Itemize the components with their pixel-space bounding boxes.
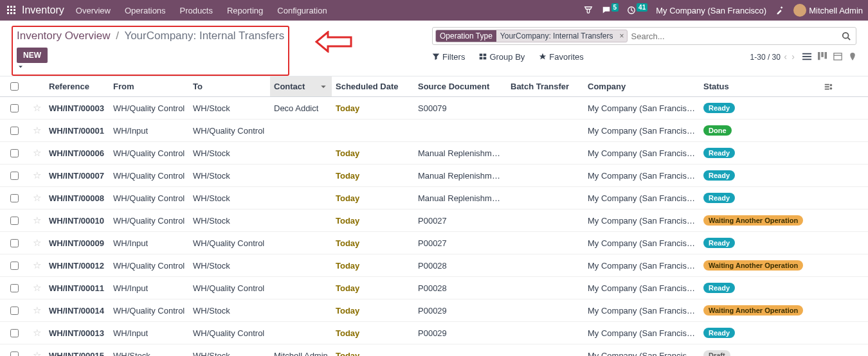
row-checkbox[interactable] xyxy=(10,149,19,157)
row-checkbox[interactable] xyxy=(10,239,19,247)
star-icon[interactable]: ☆ xyxy=(33,147,41,159)
svg-rect-3 xyxy=(7,9,9,11)
col-batch[interactable]: Batch Transfer xyxy=(507,76,584,96)
table-row[interactable]: ☆WH/INT/00011WH/InputWH/Quality ControlT… xyxy=(0,277,868,299)
download-icon[interactable] xyxy=(17,63,284,71)
apps-icon[interactable] xyxy=(5,4,18,17)
cell-status: Ready xyxy=(700,98,815,118)
row-checkbox[interactable] xyxy=(10,329,19,337)
svg-rect-0 xyxy=(7,6,9,8)
table-row[interactable]: ☆WH/INT/00013WH/InputWH/Quality ControlT… xyxy=(0,322,868,344)
chip-remove-icon[interactable]: × xyxy=(617,31,627,40)
cell-to: WH/Quality Control xyxy=(189,323,270,343)
cell-contact xyxy=(270,148,332,158)
row-checkbox[interactable] xyxy=(10,104,19,112)
search-input[interactable] xyxy=(628,31,839,41)
col-company[interactable]: Company xyxy=(584,76,700,96)
clock-icon[interactable]: 41 xyxy=(627,6,647,15)
table-row[interactable]: ☆WH/INT/00003WH/Quality ControlWH/StockD… xyxy=(0,97,868,120)
star-icon[interactable]: ☆ xyxy=(33,125,41,136)
status-badge: Waiting Another Operation xyxy=(703,260,803,271)
star-icon[interactable]: ☆ xyxy=(33,260,41,271)
row-checkbox[interactable] xyxy=(10,217,19,225)
groupby-button[interactable]: Group By xyxy=(479,52,525,62)
col-status[interactable]: Status xyxy=(700,76,815,96)
status-badge: Waiting Another Operation xyxy=(703,215,803,226)
favorites-button[interactable]: Favorites xyxy=(539,52,583,62)
table-row[interactable]: ☆WH/INT/00015WH/StockWH/StockMitchell Ad… xyxy=(0,344,868,356)
cell-reference: WH/INT/00009 xyxy=(45,233,109,253)
col-source[interactable]: Source Document xyxy=(414,76,507,96)
star-icon[interactable]: ☆ xyxy=(33,170,41,181)
phone-icon[interactable] xyxy=(584,6,593,15)
col-from[interactable]: From xyxy=(109,76,189,96)
table-row[interactable]: ☆WH/INT/00001WH/InputWH/Quality ControlM… xyxy=(0,120,868,142)
pager-prev-icon[interactable]: ‹ xyxy=(784,51,787,62)
status-badge: Ready xyxy=(703,193,735,203)
cell-contact xyxy=(270,193,332,203)
star-icon[interactable]: ☆ xyxy=(33,282,41,294)
cell-company: My Company (San Francisco) xyxy=(584,211,700,231)
row-checkbox[interactable] xyxy=(10,127,19,135)
menu-operations[interactable]: Operations xyxy=(125,6,166,15)
col-to[interactable]: To xyxy=(189,76,270,96)
row-checkbox[interactable] xyxy=(10,307,19,315)
view-kanban-icon[interactable] xyxy=(818,52,827,61)
cell-from: WH/Quality Control xyxy=(109,98,189,118)
menu-reporting[interactable]: Reporting xyxy=(227,6,263,15)
cell-status: Ready xyxy=(700,165,815,186)
row-checkbox[interactable] xyxy=(10,194,19,202)
menu-products[interactable]: Products xyxy=(180,6,213,15)
cell-status: Ready xyxy=(700,323,815,343)
star-icon[interactable]: ☆ xyxy=(33,102,41,114)
app-brand[interactable]: Inventory xyxy=(22,4,64,16)
table-row[interactable]: ☆WH/INT/00014WH/Quality ControlWH/StockT… xyxy=(0,299,868,322)
search-icon[interactable] xyxy=(839,31,853,40)
cell-from: WH/Quality Control xyxy=(109,211,189,231)
row-checkbox[interactable] xyxy=(10,284,19,292)
select-all-checkbox[interactable] xyxy=(10,82,19,91)
table-row[interactable]: ☆WH/INT/00012WH/Quality ControlWH/StockT… xyxy=(0,254,868,277)
new-button[interactable]: NEW xyxy=(17,48,48,63)
user-menu[interactable]: Mitchell Admin xyxy=(793,4,863,17)
svg-rect-7 xyxy=(10,12,12,14)
view-calendar-icon[interactable] xyxy=(833,52,842,61)
star-icon[interactable]: ☆ xyxy=(33,237,41,249)
pager-next-icon[interactable]: › xyxy=(791,51,795,62)
tools-icon[interactable] xyxy=(775,6,784,15)
filters-button[interactable]: Filters xyxy=(432,52,465,62)
cell-status: Waiting Another Operation xyxy=(700,210,815,231)
table-row[interactable]: ☆WH/INT/00006WH/Quality ControlWH/StockT… xyxy=(0,142,868,165)
cell-contact xyxy=(270,238,332,248)
col-contact[interactable]: Contact xyxy=(270,76,332,96)
cell-company: My Company (San Francisco) xyxy=(584,346,700,357)
star-icon[interactable]: ☆ xyxy=(33,327,41,339)
cell-batch xyxy=(507,260,584,271)
svg-rect-8 xyxy=(14,12,15,14)
company-selector[interactable]: My Company (San Francisco) xyxy=(656,6,766,15)
menu-overview[interactable]: Overview xyxy=(76,6,111,15)
menu-configuration[interactable]: Configuration xyxy=(277,6,327,15)
table-row[interactable]: ☆WH/INT/00007WH/Quality ControlWH/StockT… xyxy=(0,165,868,187)
star-icon[interactable]: ☆ xyxy=(33,215,41,226)
table-row[interactable]: ☆WH/INT/00008WH/Quality ControlWH/StockT… xyxy=(0,187,868,209)
star-icon[interactable]: ☆ xyxy=(33,305,41,316)
row-checkbox[interactable] xyxy=(10,172,19,180)
view-list-icon[interactable] xyxy=(802,52,811,61)
svg-rect-20 xyxy=(825,52,827,59)
col-options-icon[interactable] xyxy=(815,76,841,96)
row-checkbox[interactable] xyxy=(10,262,19,270)
table-row[interactable]: ☆WH/INT/00010WH/Quality ControlWH/StockT… xyxy=(0,209,868,232)
messages-icon[interactable]: 5 xyxy=(602,6,619,15)
star-icon[interactable]: ☆ xyxy=(33,192,41,204)
star-icon[interactable]: ☆ xyxy=(33,350,41,356)
view-map-icon[interactable] xyxy=(849,52,856,61)
col-scheduled[interactable]: Scheduled Date xyxy=(332,76,414,96)
col-reference[interactable]: Reference xyxy=(45,76,109,96)
cell-from: WH/Input xyxy=(109,121,189,141)
cell-source: Manual Replenishment xyxy=(414,143,507,163)
cell-batch xyxy=(507,103,584,113)
table-row[interactable]: ☆WH/INT/00009WH/InputWH/Quality ControlT… xyxy=(0,232,868,254)
breadcrumb-parent[interactable]: Inventory Overview xyxy=(17,30,111,42)
row-checkbox[interactable] xyxy=(10,352,19,357)
